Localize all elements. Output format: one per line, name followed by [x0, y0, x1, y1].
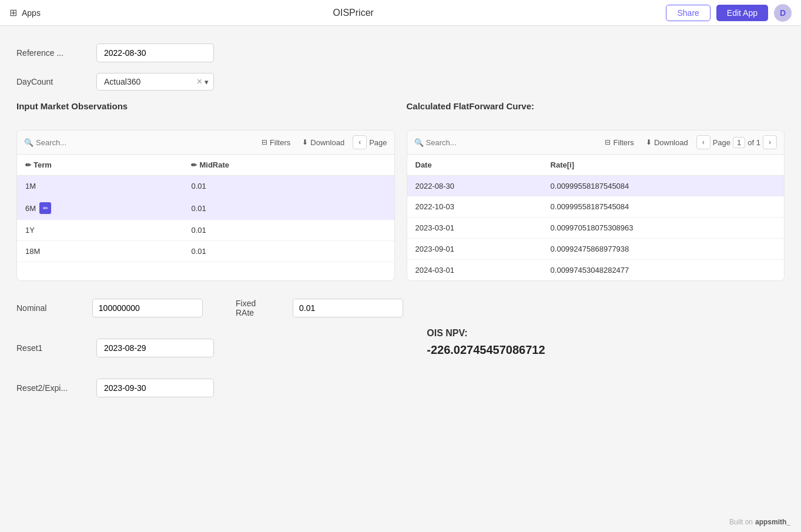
download-icon: ⬇ — [302, 138, 308, 146]
reference-input[interactable] — [96, 44, 214, 62]
right-search-wrapper: 🔍 — [414, 138, 597, 147]
bottom-section: Nominal ▲ ▼ Fixed RAte ▲ ▼ — [16, 299, 785, 408]
pencil-icon: ✏ — [25, 161, 31, 169]
search-icon-right: 🔍 — [414, 138, 424, 147]
edit-cell: 6M✏ — [25, 202, 175, 214]
left-cell-term: 1M — [17, 176, 183, 197]
right-table: Date Rate[i] 2022-08-300.009995581875450… — [407, 155, 785, 280]
right-page-next-button[interactable]: › — [763, 135, 777, 149]
nominal-input[interactable] — [93, 299, 203, 317]
table-row: 2023-09-010.00992475868977938 — [407, 239, 785, 260]
left-cell-term: 1Y — [17, 220, 183, 241]
grid-icon: ⊞ — [9, 7, 17, 18]
left-filters-button[interactable]: ⊟ Filters — [258, 137, 294, 148]
left-page-nav: ‹ Page — [353, 135, 387, 149]
search-icon: 🔍 — [24, 138, 33, 147]
daycount-label: DayCount — [16, 77, 87, 86]
right-cell-rate: 0.00997453048282477 — [542, 260, 784, 281]
right-cell-rate: 0.00992475868977938 — [542, 239, 784, 260]
reference-label: Reference ... — [16, 48, 87, 58]
right-cell-date: 2024-03-01 — [407, 260, 542, 281]
right-cell-rate: 0.00997051807530896​3 — [542, 218, 784, 239]
table-row: 6M✏0.01 — [17, 196, 394, 220]
left-table-title: Input Market Observations — [16, 101, 395, 111]
right-table-toolbar: 🔍 ⊟ Filters ⬇ Download ‹ Page 1 of 1 › — [407, 131, 785, 155]
chevron-down-icon[interactable]: ▾ — [205, 78, 209, 86]
left-cell-midrate — [183, 262, 394, 275]
apps-label: Apps — [22, 8, 41, 18]
right-cell-date: 2022-10-03 — [407, 196, 542, 218]
table-row: 18M0.01 — [17, 241, 394, 262]
left-cell-term: 6M✏ — [17, 196, 183, 220]
table-row: 2022-08-300.00999558187545084 — [407, 176, 785, 197]
cell-term-text: 6M — [25, 204, 36, 213]
right-cell-date: 2023-03-01 — [407, 218, 542, 239]
right-filters-label: Filters — [613, 138, 634, 147]
table-row: 2022-10-030.00999558187545084 — [407, 196, 785, 218]
left-col-term: ✏Term — [17, 155, 183, 176]
apps-nav[interactable]: ⊞ Apps — [9, 7, 41, 18]
pencil-icon2: ✏ — [191, 161, 197, 169]
filter-icon: ⊟ — [262, 138, 267, 146]
fixed-rate-label: Fixed RAte — [236, 299, 283, 317]
left-filters-label: Filters — [270, 138, 290, 147]
reset2-input[interactable] — [96, 379, 214, 397]
reset1-input[interactable] — [96, 339, 214, 357]
clear-icon[interactable]: × — [197, 76, 202, 87]
edit-app-button[interactable]: Edit App — [716, 5, 768, 21]
left-cell-midrate: 0.01 — [183, 241, 394, 262]
right-search-input[interactable] — [426, 138, 597, 147]
right-col-date: Date — [407, 155, 542, 176]
table-row: 1Y0.01 — [17, 220, 394, 241]
edit-icon[interactable]: ✏ — [39, 202, 51, 214]
right-cell-rate: 0.00999558187545084 — [542, 196, 784, 218]
right-filters-button[interactable]: ⊟ Filters — [601, 137, 637, 148]
table-row: 1M0.01 — [17, 176, 394, 197]
daycount-row: DayCount Actual360 × ▾ — [16, 73, 785, 91]
right-download-button[interactable]: ⬇ Download — [642, 137, 692, 148]
reset1-row: Reset1 — [16, 339, 403, 357]
share-button[interactable]: Share — [666, 5, 710, 21]
bottom-right: OIS NPV: -226.02745457086712 — [403, 299, 785, 408]
reset1-label: Reset1 — [16, 343, 87, 353]
left-page-prev-button[interactable]: ‹ — [353, 135, 367, 149]
reset2-row: Reset2/Expi... — [16, 379, 403, 397]
right-cell-rate: 0.00999558187545084 — [542, 176, 784, 197]
right-page-current: 1 — [733, 137, 745, 148]
table-row: 2024-03-010.00997453048282477 — [407, 260, 785, 281]
nominal-row: Nominal ▲ ▼ Fixed RAte ▲ ▼ — [16, 299, 403, 317]
left-table: ✏Term ✏MidRate 1M0.016M✏0.011Y0.0118M0.0… — [17, 155, 394, 274]
right-page-label: Page — [713, 138, 730, 147]
left-download-label: Download — [310, 138, 344, 147]
left-cell-midrate: 0.01 — [183, 220, 394, 241]
app-title: OISPricer — [333, 8, 374, 18]
header-actions: Share Edit App D — [666, 4, 792, 22]
left-page-label: Page — [369, 138, 387, 147]
left-cell-midrate: 0.01 — [183, 176, 394, 197]
right-page-prev-button[interactable]: ‹ — [696, 135, 710, 149]
right-page-of: of 1 — [748, 138, 760, 147]
left-cell-midrate: 0.01 — [183, 196, 394, 220]
left-table-container: 🔍 ⊟ Filters ⬇ Download ‹ Page — [16, 130, 395, 281]
right-cell-date: 2023-09-01 — [407, 239, 542, 260]
header: ⊞ Apps OISPricer Share Edit App D — [0, 0, 801, 26]
fixed-rate-input-wrapper: ▲ ▼ — [293, 299, 403, 317]
reset2-label: Reset2/Expi... — [16, 383, 87, 393]
nominal-input-wrapper: ▲ ▼ — [92, 299, 203, 317]
left-cell-term — [17, 262, 183, 275]
reference-row: Reference ... — [16, 44, 785, 62]
left-download-button[interactable]: ⬇ Download — [299, 137, 348, 148]
left-search-wrapper: 🔍 — [24, 138, 253, 147]
right-col-rate: Rate[i] — [542, 155, 784, 176]
daycount-value: Actual360 — [104, 77, 197, 86]
avatar: D — [774, 4, 792, 22]
ois-npv-section-label: OIS NPV: — [427, 328, 467, 339]
left-col-midrate: ✏MidRate — [183, 155, 394, 176]
fixed-rate-input[interactable] — [293, 299, 403, 317]
download-icon-right: ⬇ — [646, 138, 652, 146]
daycount-select[interactable]: Actual360 × ▾ — [96, 73, 214, 91]
right-table-container: 🔍 ⊟ Filters ⬇ Download ‹ Page 1 of 1 › — [407, 130, 785, 281]
right-cell-date: 2022-08-30 — [407, 176, 542, 197]
left-search-input[interactable] — [36, 138, 253, 147]
bottom-left: Nominal ▲ ▼ Fixed RAte ▲ ▼ — [16, 299, 403, 408]
